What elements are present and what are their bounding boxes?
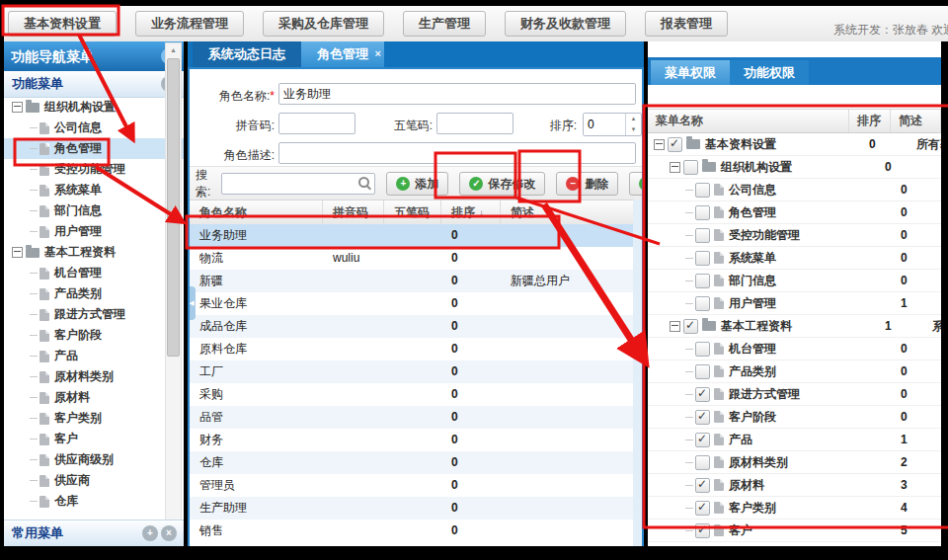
- checkbox-checked-icon[interactable]: [695, 387, 710, 402]
- permission-tree-row[interactable]: 原材料3原材料: [648, 474, 941, 497]
- role-name-input[interactable]: [278, 83, 636, 105]
- checkbox-unchecked-icon[interactable]: [695, 296, 710, 311]
- permission-tree-row[interactable]: 原材料类别2原材料: [648, 451, 941, 474]
- close-tab-icon[interactable]: ×: [375, 40, 381, 66]
- table-row[interactable]: 工厂0: [190, 360, 633, 383]
- table-row[interactable]: 生产助理0: [190, 497, 633, 520]
- splitter-collapse-icon[interactable]: ◀: [188, 286, 196, 320]
- sidebar-tree-item[interactable]: 产品类别: [4, 283, 184, 304]
- sidebar-tree-item[interactable]: 原材料类别: [4, 366, 184, 387]
- sidebar-tree-item[interactable]: 受控功能管理: [4, 159, 184, 180]
- table-row[interactable]: 新疆0新疆总用户: [190, 270, 633, 292]
- column-header[interactable]: 排序↓: [441, 200, 501, 225]
- permission-tree-row[interactable]: 系统菜单0系统菜: [648, 247, 941, 270]
- wubi-input[interactable]: [436, 113, 514, 134]
- permission-tree-row[interactable]: 公司信息0公司信: [648, 179, 941, 201]
- sidebar-tree-item[interactable]: 组织机构设置: [4, 97, 184, 118]
- sort-input[interactable]: [584, 114, 625, 135]
- top-menu-item-1[interactable]: 基本资料设置: [8, 11, 117, 37]
- role-desc-input[interactable]: [278, 142, 636, 164]
- sidebar-tree-item[interactable]: 角色管理: [4, 138, 184, 159]
- permission-tree-row[interactable]: 产品1产品管: [648, 429, 941, 451]
- sidebar-scrollbar[interactable]: ▲ ▼: [165, 42, 182, 545]
- permission-tree-row[interactable]: 部门信息0部门信: [648, 270, 941, 292]
- column-header[interactable]: 简述: [501, 200, 642, 225]
- reset-button[interactable]: ↻重置表单: [629, 172, 644, 196]
- table-row[interactable]: 财务0: [190, 429, 633, 451]
- spinner-down-icon[interactable]: ▼: [626, 124, 641, 135]
- table-row[interactable]: 品管0: [190, 406, 633, 429]
- add-button[interactable]: +添加: [386, 172, 448, 196]
- permission-tree-row[interactable]: 角色管理0: [648, 201, 941, 224]
- tree-toggle-icon[interactable]: [12, 102, 23, 113]
- sidebar-section-bar[interactable]: 功能菜单 −: [4, 71, 184, 98]
- permission-tree-row[interactable]: 产品类别0产品类: [648, 360, 941, 383]
- checkbox-checked-icon[interactable]: [683, 319, 698, 334]
- table-row[interactable]: 物流wuliu0: [190, 247, 633, 270]
- checkbox-checked-icon[interactable]: [668, 137, 682, 152]
- scroll-up-icon[interactable]: ▲: [166, 43, 181, 57]
- top-menu-item-2[interactable]: 业务流程管理: [135, 11, 244, 37]
- sidebar-tree-item[interactable]: 原材料: [4, 387, 184, 408]
- sidebar-tree-item[interactable]: 客户阶段: [4, 325, 184, 346]
- column-header[interactable]: 拼音码: [323, 200, 384, 225]
- sort-spinner[interactable]: ▲▼: [583, 113, 642, 136]
- table-row[interactable]: 仓库0: [190, 451, 633, 474]
- checkbox-checked-icon[interactable]: [695, 523, 710, 538]
- save-button[interactable]: ✓保存修改: [459, 172, 545, 196]
- top-menu-item-4[interactable]: 生产管理: [403, 11, 486, 37]
- main-tab-inactive[interactable]: 系统动态日志: [193, 41, 301, 67]
- table-row[interactable]: 销售0: [190, 520, 633, 542]
- sidebar-tree-item[interactable]: 用户管理: [4, 221, 184, 242]
- top-menu-item-6[interactable]: 报表管理: [645, 11, 728, 37]
- permission-tree-row[interactable]: 跟进方式管理0跟进方: [648, 383, 941, 406]
- permission-tree-row[interactable]: 组织机构设置0: [648, 156, 941, 179]
- permission-tree-row[interactable]: 用户管理1用户及: [648, 292, 941, 315]
- column-header[interactable]: 角色名称: [190, 200, 323, 225]
- table-row[interactable]: 原料仓库0: [190, 338, 633, 360]
- sidebar-footer-bar[interactable]: 常用菜单 + ×: [4, 520, 184, 546]
- top-menu-item-3[interactable]: 采购及仓库管理: [263, 11, 384, 37]
- permission-tree-row[interactable]: 基本工程资料1系统用: [648, 315, 941, 338]
- top-menu-item-5[interactable]: 财务及收款管理: [505, 11, 626, 37]
- tree-toggle-icon[interactable]: [12, 247, 23, 258]
- sidebar-tree-item[interactable]: 供应商: [4, 470, 184, 491]
- scrollbar-thumb[interactable]: [167, 58, 180, 357]
- column-header[interactable]: 菜单名称: [648, 110, 849, 132]
- checkbox-checked-icon[interactable]: [695, 410, 710, 425]
- tab-menu-permissions[interactable]: 菜单权限: [651, 60, 730, 85]
- sidebar-tree-item[interactable]: 客户: [4, 429, 184, 449]
- column-header[interactable]: 五笔码: [384, 200, 441, 225]
- checkbox-unchecked-icon[interactable]: [695, 342, 710, 357]
- permission-tree-row[interactable]: 受控功能管理0: [648, 224, 941, 247]
- checkbox-checked-icon[interactable]: [695, 501, 710, 516]
- sidebar-tree-item[interactable]: 基本工程资料: [4, 242, 184, 263]
- main-tab-active[interactable]: 角色管理×: [301, 41, 384, 67]
- sidebar-tree-item[interactable]: 部门信息: [4, 200, 184, 221]
- checkbox-unchecked-icon[interactable]: [695, 205, 710, 220]
- clear-favorite-icon[interactable]: ×: [161, 525, 177, 541]
- checkbox-unchecked-icon[interactable]: [695, 274, 710, 288]
- table-scroll-gutter[interactable]: [633, 200, 642, 546]
- tree-toggle-icon[interactable]: [670, 321, 680, 332]
- add-favorite-icon[interactable]: +: [142, 525, 158, 541]
- sidebar-tree-item[interactable]: 产品: [4, 346, 184, 366]
- table-row[interactable]: 业务助理0: [190, 224, 633, 247]
- table-row[interactable]: 果业仓库0: [190, 292, 633, 315]
- sidebar-tree-item[interactable]: 公司信息: [4, 118, 184, 138]
- spinner-up-icon[interactable]: ▲: [626, 114, 641, 124]
- checkbox-unchecked-icon[interactable]: [695, 364, 710, 379]
- sidebar-tree-item[interactable]: 供应商级别: [4, 449, 184, 470]
- permission-tree-row[interactable]: 客户5客户管: [648, 520, 941, 542]
- checkbox-checked-icon[interactable]: [695, 433, 710, 447]
- permission-tree-row[interactable]: 客户阶段0客户阶: [648, 406, 941, 429]
- sidebar-tree-item[interactable]: 系统菜单: [4, 180, 184, 200]
- checkbox-unchecked-icon[interactable]: [695, 183, 710, 198]
- delete-button[interactable]: −删除: [556, 172, 618, 196]
- checkbox-unchecked-icon[interactable]: [683, 160, 698, 175]
- checkbox-unchecked-icon[interactable]: [695, 228, 710, 243]
- checkbox-unchecked-icon[interactable]: [695, 455, 710, 470]
- checkbox-unchecked-icon[interactable]: [695, 251, 710, 266]
- permission-tree-row[interactable]: 基本资料设置0所有基: [648, 133, 941, 156]
- sidebar-tree-item[interactable]: 机台管理: [4, 263, 184, 283]
